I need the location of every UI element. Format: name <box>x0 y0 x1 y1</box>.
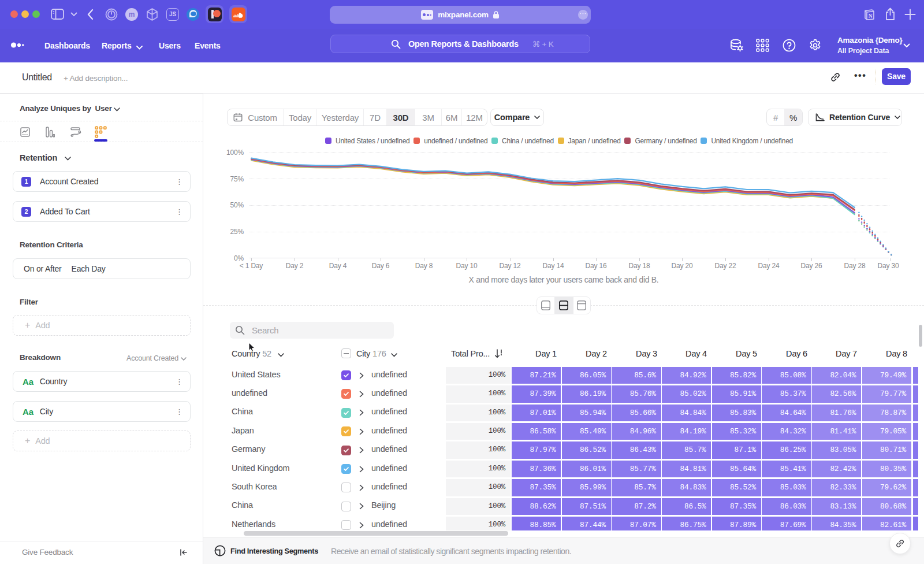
svg-text:N: N <box>869 13 873 19</box>
